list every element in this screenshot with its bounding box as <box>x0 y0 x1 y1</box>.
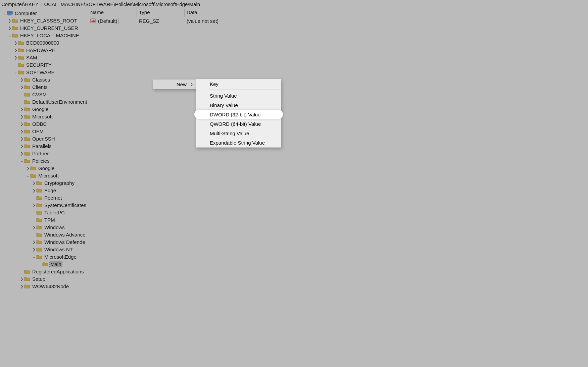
chevron-right-icon[interactable]: ❯ <box>13 41 18 45</box>
tree-label: HKEY_LOCAL_MACHINE <box>19 33 80 38</box>
tree-node-google-sw[interactable]: ❯ Google <box>0 105 88 113</box>
tree-node-microsoftedge[interactable]: ⌄ MicrosoftEdge <box>0 253 88 260</box>
list-item[interactable]: ab (Default) REG_SZ (value not set) <box>88 17 588 24</box>
tree-label: Windows Advance <box>44 232 86 238</box>
tree-node-windows-advanced[interactable]: Windows Advance <box>0 231 88 238</box>
chevron-right-icon[interactable]: ❯ <box>19 152 24 155</box>
chevron-right-icon[interactable]: ❯ <box>19 122 24 126</box>
menu-label: Multi-String Value <box>210 130 249 136</box>
tree-node-clients[interactable]: ❯ Clients <box>0 83 88 91</box>
chevron-right-icon[interactable]: ❯ <box>13 48 18 52</box>
tree-node-policies-microsoft[interactable]: ⌄ Microsoft <box>0 172 88 179</box>
column-header-type[interactable]: Type <box>137 9 185 17</box>
tree-label: Google <box>38 165 55 171</box>
chevron-right-icon[interactable]: ❯ <box>19 284 24 288</box>
context-menu-item-binary[interactable]: Binary Value <box>196 100 281 110</box>
tree-node-microsoft-sw[interactable]: ❯ Microsoft <box>0 113 88 120</box>
chevron-right-icon[interactable]: ❯ <box>13 56 18 59</box>
folder-icon <box>36 247 42 252</box>
tree-node-peernet[interactable]: Peernet <box>0 194 88 201</box>
tree-node-openssh[interactable]: ❯ OpenSSH <box>0 135 88 142</box>
chevron-right-icon[interactable]: ❯ <box>32 203 36 207</box>
tree-node-software[interactable]: ⌄ SOFTWARE <box>0 68 88 76</box>
column-header-name[interactable]: Name <box>88 9 137 17</box>
chevron-right-icon[interactable]: ❯ <box>19 78 24 82</box>
chevron-right-icon[interactable]: ❯ <box>32 225 36 229</box>
chevron-right-icon[interactable]: ❯ <box>7 26 12 30</box>
tree-node-hkcu[interactable]: ❯ HKEY_CURRENT_USER <box>0 24 88 32</box>
chevron-down-icon[interactable]: ⌄ <box>2 11 7 15</box>
tree-node-cryptography[interactable]: ❯ Cryptography <box>0 179 88 187</box>
tree-label: Microsoft <box>32 114 53 119</box>
folder-icon <box>24 284 30 289</box>
tree-node-edge[interactable]: ❯ Edge <box>0 187 88 194</box>
chevron-right-icon[interactable]: ❯ <box>19 129 24 133</box>
tree-node-partner[interactable]: ❯ Partner <box>0 150 88 157</box>
chevron-right-icon[interactable]: ❯ <box>19 144 24 148</box>
tree-node-wow64[interactable]: ❯ WOW6432Node <box>0 282 88 290</box>
tree-node-tabletpc[interactable]: TabletPC <box>0 209 88 216</box>
chevron-down-icon[interactable]: ⌄ <box>26 174 30 177</box>
value-name: (Default) <box>97 18 118 24</box>
tree-node-cvsm[interactable]: CVSM <box>0 91 88 98</box>
address-bar[interactable]: Computer\HKEY_LOCAL_MACHINE\SOFTWARE\Pol… <box>0 0 588 9</box>
registry-tree[interactable]: ⌄ Computer ❯ HKEY_CLASSES_ROOT ❯ HKEY_CU… <box>0 9 88 367</box>
chevron-right-icon[interactable]: ❯ <box>19 137 24 141</box>
chevron-right-icon[interactable]: ❯ <box>19 277 24 281</box>
context-menu-item-expandablestring[interactable]: Expandable String Value <box>196 138 281 147</box>
folder-icon <box>36 232 42 237</box>
chevron-right-icon[interactable]: ❯ <box>19 115 24 118</box>
chevron-right-icon[interactable]: ❯ <box>32 240 36 244</box>
chevron-down-icon[interactable]: ⌄ <box>32 255 36 259</box>
chevron-right-icon[interactable]: ❯ <box>32 181 36 185</box>
tree-node-defaultuserenv[interactable]: DefaultUserEnvironment <box>0 98 88 105</box>
tree-label: WOW6432Node <box>32 283 69 289</box>
tree-label: Policies <box>32 158 50 164</box>
tree-node-main[interactable]: Main <box>0 260 88 268</box>
tree-node-setup[interactable]: ❯ Setup <box>0 275 88 282</box>
context-menu-item-new[interactable]: New <box>153 80 196 89</box>
tree-label: Cryptography <box>44 180 75 186</box>
tree-node-policies[interactable]: ⌄ Policies <box>0 157 88 164</box>
value-list[interactable]: Name Type Data ab (Default) REG_SZ (valu… <box>88 9 588 367</box>
tree-node-hklm[interactable]: ⌄ HKEY_LOCAL_MACHINE <box>0 32 88 39</box>
context-menu-item-key[interactable]: Key <box>196 79 281 89</box>
chevron-right-icon[interactable]: ❯ <box>26 166 30 170</box>
tree-node-sam[interactable]: ❯ SAM <box>0 54 88 61</box>
tree-node-hkcr[interactable]: ❯ HKEY_CLASSES_ROOT <box>0 17 88 24</box>
chevron-right-icon[interactable]: ❯ <box>7 19 12 22</box>
context-menu-item-multistring[interactable]: Multi-String Value <box>196 128 281 138</box>
folder-icon <box>24 144 30 148</box>
chevron-down-icon[interactable]: ⌄ <box>7 34 12 37</box>
tree-node-classes[interactable]: ❯ Classes <box>0 76 88 83</box>
tree-node-oem[interactable]: ❯ OEM <box>0 127 88 135</box>
chevron-right-icon[interactable]: ❯ <box>19 107 24 111</box>
menu-label: DWORD (32-bit) Value <box>210 112 260 117</box>
tree-node-security[interactable]: SECURITY <box>0 61 88 68</box>
context-menu-item-string[interactable]: String Value <box>196 91 281 100</box>
chevron-right-icon[interactable]: ❯ <box>19 85 24 89</box>
tree-node-systemcertificates[interactable]: ❯ SystemCertificates <box>0 201 88 209</box>
chevron-down-icon[interactable]: ⌄ <box>19 159 24 163</box>
tree-node-computer[interactable]: ⌄ Computer <box>0 9 88 17</box>
context-menu-item-dword[interactable]: DWORD (32-bit) Value <box>194 110 283 119</box>
tree-label: SAM <box>26 55 38 60</box>
tree-node-windows-nt[interactable]: ❯ Windows NT <box>0 246 88 253</box>
chevron-down-icon[interactable]: ⌄ <box>13 70 18 74</box>
tree-node-parallels[interactable]: ❯ Parallels <box>0 142 88 150</box>
tree-node-registeredapps[interactable]: RegisteredApplications <box>0 268 88 275</box>
tree-node-hardware[interactable]: ❯ HARDWARE <box>0 46 88 54</box>
tree-node-bcd[interactable]: ❯ BCD00000000 <box>0 39 88 46</box>
chevron-right-icon[interactable]: ❯ <box>32 248 36 251</box>
tree-node-tpm[interactable]: TPM <box>0 216 88 223</box>
context-menu-item-qword[interactable]: QWORD (64-bit) Value <box>196 119 281 128</box>
column-header-data[interactable]: Data <box>185 9 588 17</box>
folder-icon <box>36 203 42 207</box>
tree-node-windows-defender[interactable]: ❯ Windows Defende <box>0 238 88 246</box>
chevron-right-icon[interactable]: ❯ <box>32 189 36 192</box>
tree-node-policies-google[interactable]: ❯ Google <box>0 164 88 172</box>
tree-node-odbc[interactable]: ❯ ODBC <box>0 120 88 127</box>
tree-label: SECURITY <box>26 62 52 68</box>
tree-node-windows[interactable]: ❯ Windows <box>0 223 88 231</box>
folder-icon <box>36 225 42 229</box>
